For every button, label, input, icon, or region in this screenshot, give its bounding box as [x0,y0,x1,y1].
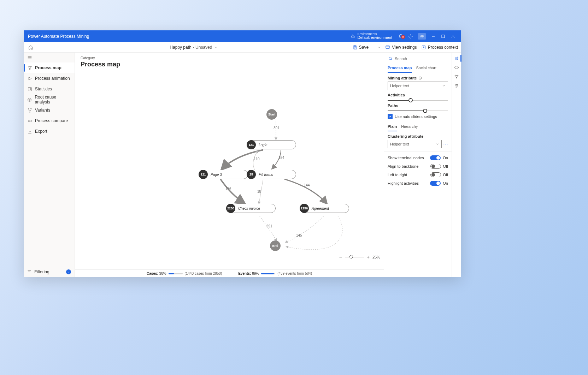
view-settings-icon [385,45,390,50]
home-button[interactable] [27,45,35,50]
tab-hierarchy[interactable]: Hierarchy [401,124,418,131]
nav-process-animation[interactable]: Process animation [24,73,75,84]
rail-settings-icon[interactable] [454,83,459,89]
svg-point-24 [455,84,456,85]
paths-slider[interactable] [388,111,448,111]
play-icon [27,76,32,81]
environment-icon [351,34,355,38]
mining-attr-dropdown[interactable]: Helper text [388,82,448,90]
document-toolbar: Happy path - Unsaved Save View settings … [24,42,461,53]
zoom-in-button[interactable]: + [367,255,370,260]
filter-icon [27,270,31,274]
hamburger-button[interactable] [24,53,75,63]
app-title: Power Automate Process Mining [27,34,89,39]
process-map-canvas[interactable]: Start 121 Login 121 Page 3 25 Fill forms [75,70,384,269]
svg-point-9 [29,99,30,100]
edge-label: 391 [266,224,272,228]
minimize-button[interactable] [428,30,438,42]
view-settings-button[interactable]: View settings [385,45,417,50]
svg-point-16 [389,57,392,60]
separator [373,44,373,50]
settings-button[interactable] [406,34,416,39]
nav-variants[interactable]: Variants [24,105,75,115]
document-title: Happy path [170,45,191,50]
svg-point-20 [456,67,457,68]
node-login[interactable]: 121 Login [247,140,296,149]
environment-picker[interactable]: Environments Default environment [351,32,392,40]
export-icon [27,129,32,134]
nav-export[interactable]: Export [24,126,75,137]
chevron-down-icon [442,84,446,88]
events-stat: Events: 89% (439 events from 584) [238,272,312,275]
svg-point-8 [28,98,31,101]
node-page3[interactable]: 121 Page 3 [199,170,248,179]
left-nav: Process map Process animation Statistics… [24,53,75,277]
compare-icon [27,119,32,123]
search-input[interactable] [395,56,447,61]
filtering-button[interactable]: Filtering 9 [24,266,75,277]
left-to-right-label: Left to right [388,173,407,177]
zoom-percent: 25% [372,255,380,259]
save-dropdown[interactable] [377,46,381,49]
tab-process-map[interactable]: Process map [388,64,412,73]
rail-view-icon[interactable] [454,65,459,70]
close-button[interactable] [448,30,458,42]
node-end[interactable]: End [270,240,281,251]
nav-process-compare[interactable]: Process compare [24,115,75,126]
zoom-controls: − + 25% [339,255,380,260]
search-icon [388,56,393,61]
process-context-icon [421,45,426,50]
left-to-right-toggle[interactable] [430,172,441,177]
nav-statistics[interactable]: Statistics [24,84,75,94]
more-button[interactable]: ⋯ [443,141,448,147]
tab-social-chart[interactable]: Social chart [416,64,436,73]
edge-label: 154 [278,156,284,160]
nav-process-map[interactable]: Process map [24,63,75,73]
titlebar: Power Automate Process Mining Environmen… [24,30,461,42]
env-label: Environments [358,32,392,36]
node-fillforms[interactable]: 25 Fill forms [247,170,296,179]
node-start[interactable]: Start [266,109,277,120]
clustering-dropdown[interactable]: Helper text [388,140,442,148]
notifications-button[interactable]: 9 [396,34,406,39]
auto-sliders-checkbox[interactable]: Use auto sliders settings [388,114,448,119]
highlight-toggle[interactable] [430,181,441,186]
svg-point-0 [410,36,411,37]
info-icon[interactable] [418,76,422,80]
search-box[interactable] [388,55,448,62]
svg-point-6 [29,69,30,70]
zoom-out-button[interactable]: − [339,255,342,260]
edge-label: 18 [257,190,261,194]
notification-badge: 9 [401,35,405,39]
process-map-icon [27,66,32,70]
user-avatar[interactable]: MK [418,33,426,40]
zoom-slider[interactable] [345,257,364,257]
chevron-down-icon [214,46,218,49]
activities-slider[interactable] [388,100,448,101]
edge-label: 145 [296,233,302,237]
process-context-button[interactable]: Process context [421,45,458,50]
root-cause-icon [27,97,32,102]
svg-point-21 [455,75,455,76]
page-title: Process map [81,61,378,68]
tab-plain[interactable]: Plain [388,124,397,131]
node-agreement[interactable]: 2256 Agreement [300,204,349,213]
show-terminal-toggle[interactable] [430,155,441,160]
svg-point-22 [457,75,458,76]
svg-rect-1 [442,35,445,38]
document-title-area[interactable]: Happy path - Unsaved [35,45,353,50]
rail-customize-icon[interactable] [454,55,459,61]
svg-rect-2 [386,46,390,48]
maximize-button[interactable] [438,30,448,42]
category-label: Category [81,56,378,60]
env-value: Default environment [358,36,392,40]
paths-label: Paths [388,103,448,108]
svg-point-10 [29,99,30,100]
save-button[interactable]: Save [353,45,369,50]
nav-root-cause[interactable]: Root cause analysis [24,94,75,105]
checkbox-checked-icon [388,114,393,119]
variants-icon [27,108,32,113]
align-backbone-toggle[interactable] [430,164,441,169]
rail-graph-icon[interactable] [454,74,459,79]
node-checkinvoice[interactable]: 2256 Check invoice [226,204,276,213]
